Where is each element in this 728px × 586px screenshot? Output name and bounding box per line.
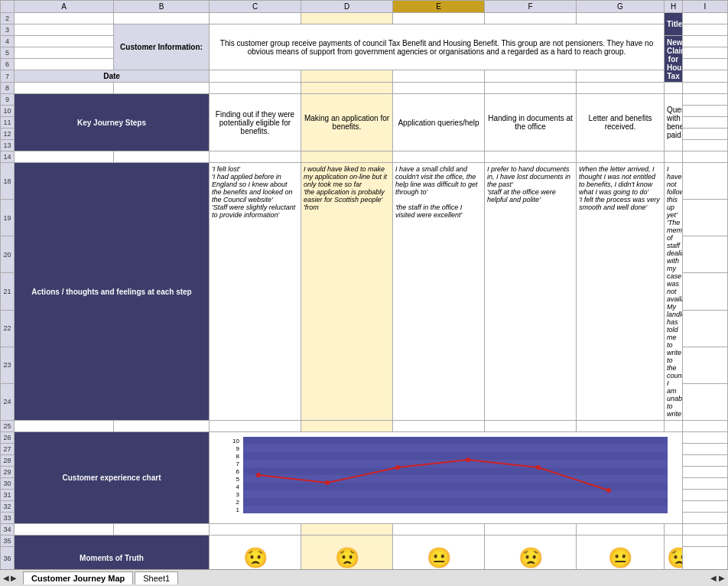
cell-d14 [301, 151, 393, 163]
row-num-2: 2 [1, 13, 15, 24]
svg-text:5: 5 [236, 476, 240, 483]
row-num-28: 28 [1, 455, 15, 467]
svg-rect-2 [243, 452, 668, 460]
cell-i30 [683, 478, 728, 490]
moments-label: Moments of Truth [15, 536, 210, 570]
row-26: 26 Customer experience chart [1, 432, 728, 444]
cell-b34 [114, 524, 210, 536]
cell-d7 [301, 70, 393, 83]
col-a-header[interactable]: A [15, 1, 114, 13]
col-b-header[interactable]: B [114, 1, 210, 13]
svg-text:7: 7 [236, 461, 240, 467]
col-d-header[interactable]: D [301, 1, 393, 13]
cell-i23 [683, 347, 728, 383]
tab-bar: ◀ ▶ Customer Journey Map Sheet1 ◀ ▶ [0, 569, 728, 586]
cell-i13 [683, 140, 728, 151]
cell-g8 [577, 83, 665, 94]
tab-nav-next[interactable]: ▶ [11, 574, 17, 582]
col-g-header[interactable]: G [577, 1, 665, 13]
row-num-10: 10 [1, 106, 15, 117]
cell-d2 [301, 13, 393, 24]
tab-nav-prev[interactable]: ◀ [3, 574, 9, 582]
col-i-header[interactable]: I [683, 1, 728, 13]
svg-text:4: 4 [236, 483, 240, 490]
cell-b14 [114, 151, 210, 163]
cell-g25 [577, 421, 665, 432]
emoji-4: 😟 [485, 536, 577, 570]
row-14: 14 [1, 151, 728, 163]
col-h-header[interactable]: H [665, 1, 683, 13]
cell-a3 [15, 24, 114, 36]
cell-a6 [15, 59, 114, 70]
cell-i18 [683, 163, 728, 200]
cell-d25 [301, 421, 393, 432]
cell-c8 [210, 83, 301, 94]
row-num-21: 21 [1, 273, 15, 310]
emoji-6: 😟 [665, 536, 683, 570]
row-num-31: 31 [1, 490, 15, 501]
main-content: A B C D E F G H I 2 [0, 0, 728, 569]
emoji-3: 😐 [393, 536, 485, 570]
cell-a34 [15, 524, 114, 536]
row-9: 9 Key Journey Steps Finding out if they … [1, 94, 728, 106]
col-f-header[interactable]: F [485, 1, 577, 13]
chart-point-5 [536, 465, 541, 470]
svg-rect-1 [243, 437, 668, 444]
cell-i25 [683, 421, 728, 432]
svg-text:1: 1 [236, 506, 240, 513]
cell-i27 [683, 444, 728, 455]
journey-step-3: Application queries/help [393, 94, 485, 151]
tab-customer-journey-map[interactable]: Customer Journey Map [23, 571, 133, 584]
cell-g34 [577, 524, 665, 536]
chart-point-2 [325, 480, 330, 485]
cell-i31 [683, 490, 728, 501]
row-25: 25 [1, 421, 728, 432]
cell-i7 [683, 70, 728, 83]
cell-i14 [683, 151, 728, 163]
svg-rect-3 [243, 467, 668, 475]
cell-e14 [393, 151, 485, 163]
journey-step-2: Making an application for benefits. [301, 94, 393, 151]
journey-step-1: Finding out if they were potentially eli… [210, 94, 301, 151]
cell-i24 [683, 383, 728, 420]
row-num-9: 9 [1, 94, 15, 106]
row-34: 34 [1, 524, 728, 536]
cell-i33 [683, 513, 728, 524]
row-num-24: 24 [1, 383, 15, 420]
row-num-5: 5 [1, 47, 15, 59]
row-35: 35 Moments of Truth 😟 😟 😐 😟 😐 😟 [1, 536, 728, 547]
cell-e7 [393, 70, 485, 83]
cell-i29 [683, 467, 728, 478]
chart-svg: 10 9 8 7 6 5 4 3 2 1 [210, 435, 682, 519]
cell-f34 [485, 524, 577, 536]
cell-i28 [683, 455, 728, 467]
row-num-34: 34 [1, 524, 15, 536]
tab-sheet1[interactable]: Sheet1 [135, 571, 178, 584]
scroll-indicator: ◀ ▶ [710, 574, 728, 582]
cell-f14 [485, 151, 577, 163]
quote-5: When the letter arrived, I thought I was… [577, 163, 665, 421]
col-e-header[interactable]: E [393, 1, 485, 13]
emoji-2: 😟 [301, 536, 393, 570]
cell-e2 [393, 13, 485, 24]
cell-i6 [683, 59, 728, 70]
cell-f2 [485, 13, 577, 24]
cell-e8 [393, 83, 485, 94]
cell-f7 [485, 70, 577, 83]
date-label: Date [15, 70, 210, 83]
cell-h25 [665, 421, 683, 432]
chart-point-4 [466, 457, 470, 462]
svg-text:9: 9 [236, 445, 240, 452]
tab-nav: ◀ ▶ [3, 574, 17, 582]
row-num-8: 8 [1, 83, 15, 94]
row-num-13: 13 [1, 140, 15, 151]
cell-c2 [210, 13, 301, 24]
quote-2: I would have liked to make my applicatio… [301, 163, 393, 421]
title-cell: Title [665, 13, 683, 36]
cell-h34 [665, 524, 683, 536]
customer-info-text: This customer group receive payments of … [210, 24, 665, 70]
cell-b2 [114, 13, 210, 24]
cell-i22 [683, 310, 728, 347]
new-claims-cell: New Claims for Housing/Council Tax [665, 36, 683, 83]
col-c-header[interactable]: C [210, 1, 301, 13]
